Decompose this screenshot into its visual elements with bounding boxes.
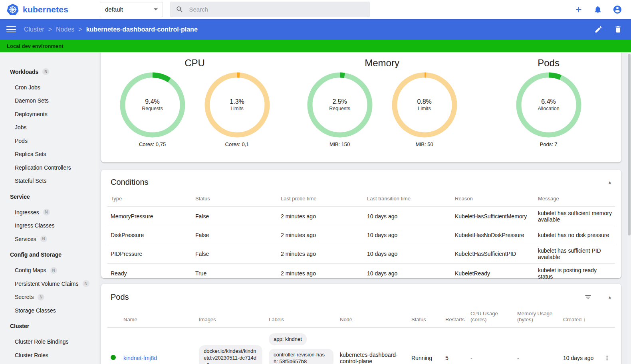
- sidebar-item-label: Ingress Classes: [15, 222, 55, 229]
- condition-cell: MemoryPressure: [107, 207, 192, 226]
- donut-label: Allocation: [538, 106, 559, 112]
- collapse-icon[interactable]: ▲: [608, 295, 612, 299]
- column-header-restarts[interactable]: Restarts: [442, 307, 467, 328]
- sidebar-section: Workloads N Cron Jobs Daemon Sets Deploy…: [0, 65, 99, 188]
- collapse-icon[interactable]: ▲: [608, 180, 612, 184]
- sidebar-section-service[interactable]: Service: [0, 190, 99, 203]
- donut-label: Limits: [230, 106, 244, 112]
- column-header-images[interactable]: Images: [196, 307, 266, 328]
- column-header-node[interactable]: Node: [337, 307, 408, 328]
- condition-cell: kubelet is posting ready status: [535, 264, 615, 283]
- column-header-name[interactable]: Name: [120, 307, 196, 328]
- condition-cell: KubeletHasNoDiskPressure: [452, 226, 535, 244]
- donut-footer: Pods: 7: [540, 141, 558, 147]
- sidebar-item-cluster-roles[interactable]: Cluster Roles: [0, 348, 99, 362]
- sidebar-item-label: Deployments: [15, 111, 48, 117]
- donut-footer: MiB: 50: [416, 141, 433, 147]
- sidebar-item-jobs[interactable]: Jobs: [0, 121, 99, 135]
- top-app-bar: kubernetes default: [0, 0, 631, 19]
- condition-cell: DiskPressure: [107, 226, 192, 244]
- environment-banner: Local dev environment: [0, 40, 631, 52]
- sidebar-item-label: Secrets: [15, 294, 34, 300]
- column-header-type: Type: [107, 192, 192, 207]
- sidebar-item-secrets[interactable]: Secrets N: [0, 291, 99, 304]
- condition-cell: 10 days ago: [364, 264, 452, 283]
- sidebar-item-label: Config Maps: [15, 267, 46, 273]
- page-scrollbar[interactable]: [627, 52, 631, 364]
- sidebar-item-config-maps[interactable]: Config Maps N: [0, 264, 99, 277]
- search-bar[interactable]: [170, 2, 370, 17]
- kubernetes-helm-icon: [6, 3, 19, 16]
- column-header-created[interactable]: Created ↑: [560, 307, 599, 328]
- breadcrumb-item-cluster[interactable]: Cluster: [24, 26, 44, 33]
- condition-cell: 10 days ago: [364, 244, 452, 264]
- sidebar-item-pods[interactable]: Pods: [0, 134, 99, 148]
- pod-name-link[interactable]: kindnet-fmj8d: [123, 355, 157, 361]
- sidebar-item-replication-controllers[interactable]: Replication Controllers: [0, 161, 99, 174]
- search-input[interactable]: [189, 6, 364, 13]
- condition-cell: kubelet has no disk pressure: [535, 226, 615, 244]
- breadcrumb-item-nodes[interactable]: Nodes: [56, 26, 74, 33]
- sidebar-section-config-and-storage[interactable]: Config and Storage: [0, 248, 99, 261]
- new-badge: N: [43, 209, 50, 216]
- menu-button[interactable]: [6, 26, 16, 33]
- column-header-labels[interactable]: Labels: [266, 307, 337, 328]
- condition-cell: False: [192, 226, 278, 244]
- sidebar-item-persistent-volume-claims[interactable]: Persistent Volume Claims N: [0, 277, 99, 291]
- donut-value: 2.5%: [332, 98, 347, 106]
- sidebar-item-cluster-role-bindings[interactable]: Cluster Role Bindings: [0, 335, 99, 349]
- delete-resource-button[interactable]: [614, 25, 622, 34]
- allocation-card: CPU 9.4% Requests Cores: 0,75: [101, 52, 621, 162]
- pod-created-cell: 10 days ago: [560, 328, 599, 364]
- condition-cell: 10 days ago: [364, 207, 452, 226]
- condition-cell: 2 minutes ago: [278, 244, 364, 264]
- trash-icon: [614, 25, 622, 34]
- edit-resource-button[interactable]: [594, 25, 603, 34]
- pod-image-chip: docker.io/kindest/kindnetd:v20230511-dc7…: [199, 345, 262, 364]
- breadcrumb-bar: Cluster > Nodes > kubernetes-dashboard-c…: [0, 19, 631, 40]
- sidebar-item-ingresses[interactable]: Ingresses N: [0, 206, 99, 219]
- filter-icon[interactable]: [584, 293, 592, 301]
- account-circle-icon: [613, 5, 622, 14]
- condition-cell: 2 minutes ago: [278, 226, 364, 244]
- column-header-message: Message: [535, 192, 615, 207]
- sidebar-section-workloads[interactable]: Workloads N: [0, 65, 99, 78]
- pods-title: Pods: [111, 293, 129, 302]
- kubernetes-logo[interactable]: kubernetes: [0, 3, 100, 16]
- namespace-selector[interactable]: default: [100, 2, 163, 17]
- search-icon: [176, 5, 184, 14]
- sidebar-item-daemon-sets[interactable]: Daemon Sets: [0, 94, 99, 108]
- more-vert-icon: [603, 354, 611, 362]
- pod-memory-usage-cell: -: [514, 328, 560, 364]
- column-header-status[interactable]: Status: [408, 307, 442, 328]
- condition-row: DiskPressureFalse2 minutes ago10 days ag…: [107, 226, 615, 244]
- sidebar-item-cron-jobs[interactable]: Cron Jobs: [0, 81, 99, 94]
- new-badge: N: [42, 68, 49, 75]
- sidebar-item-services[interactable]: Services N: [0, 232, 99, 246]
- donut-cpu-requests: 9.4% Requests Cores: 0,75: [120, 72, 185, 147]
- condition-cell: 10 days ago: [364, 226, 452, 244]
- column-header-cpu-usage-cores[interactable]: CPU Usage (cores): [467, 307, 514, 328]
- sort-ascending-icon[interactable]: ↑: [583, 317, 586, 322]
- sidebar-item-deployments[interactable]: Deployments: [0, 107, 99, 121]
- pod-restarts-cell: 5: [442, 328, 467, 364]
- condition-cell: False: [192, 207, 278, 226]
- donut-memory-requests: 2.5% Requests MiB: 150: [307, 72, 373, 147]
- column-header-memory-usage-bytes[interactable]: Memory Usage (bytes): [514, 307, 560, 328]
- pod-actions-menu-button[interactable]: [602, 354, 612, 362]
- notifications-button[interactable]: [593, 5, 602, 14]
- sidebar-item-replica-sets[interactable]: Replica Sets: [0, 148, 99, 161]
- condition-cell: KubeletHasSufficientPID: [452, 244, 535, 264]
- sidebar-item-ingress-classes[interactable]: Ingress Classes: [0, 219, 99, 233]
- condition-row: MemoryPressureFalse2 minutes ago10 days …: [107, 207, 615, 226]
- sidebar-section-label: Service: [10, 194, 30, 200]
- sidebar-section-cluster[interactable]: Cluster: [0, 320, 99, 333]
- sidebar-item-storage-classes[interactable]: Storage Classes: [0, 304, 99, 317]
- condition-cell: True: [192, 264, 278, 283]
- pods-header-row: NameImagesLabelsNodeStatusRestartsCPU Us…: [107, 307, 615, 328]
- add-resource-button[interactable]: [574, 5, 583, 14]
- pod-status-cell: [107, 328, 120, 364]
- scrollbar-thumb[interactable]: [628, 54, 631, 235]
- user-account-button[interactable]: [613, 5, 622, 14]
- sidebar-item-stateful-sets[interactable]: Stateful Sets: [0, 174, 99, 188]
